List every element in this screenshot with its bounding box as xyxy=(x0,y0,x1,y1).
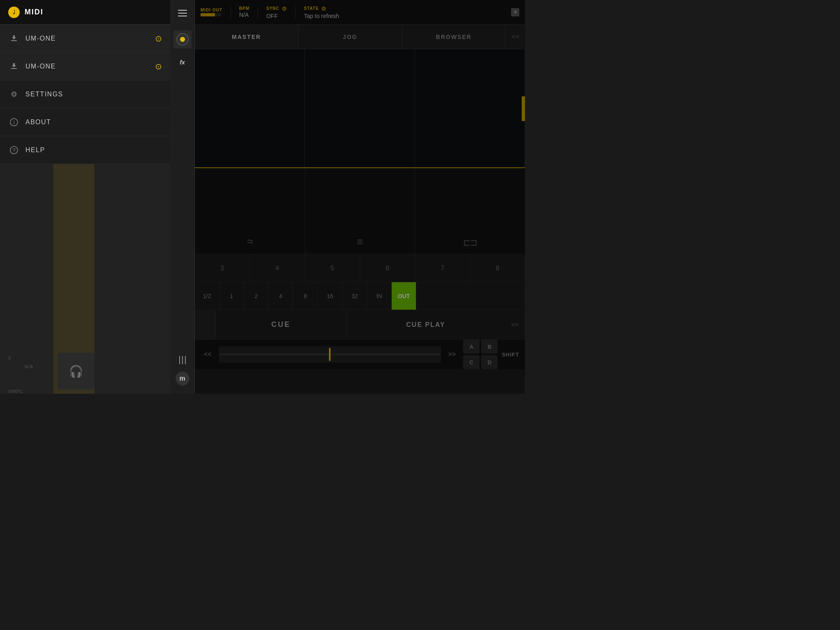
svg-text:i: i xyxy=(14,120,15,126)
eq-icon-right: ⊏⊐ xyxy=(463,237,477,248)
sidebar-item-um-one-2[interactable]: UM-ONE ⊙ xyxy=(0,52,170,80)
channel-strip: ≈ ≡ ⊏⊐ xyxy=(195,168,525,254)
midi-logo: ♩ xyxy=(8,7,20,18)
transport-row: << >> A B C D SHIFT xyxy=(195,340,525,369)
cue-chevron-right[interactable]: >> xyxy=(504,310,525,339)
sync-gear-icon[interactable]: ⚙ xyxy=(282,5,287,12)
fx-button[interactable]: fx xyxy=(173,53,192,71)
waveform-area xyxy=(195,49,525,168)
sidebar-check-1: ⊙ xyxy=(155,34,162,43)
tab-browser[interactable]: BROWSER xyxy=(402,25,506,49)
beat-cell-7[interactable]: 7 xyxy=(415,254,470,282)
beat-cell-4[interactable]: 4 xyxy=(250,254,305,282)
sync-label: SYNC xyxy=(266,6,279,11)
cue-button[interactable]: CUE xyxy=(215,310,347,339)
m-logo: m xyxy=(176,372,189,386)
hamburger-line-1 xyxy=(178,10,187,11)
abcd-buttons: A B C D xyxy=(463,340,498,369)
state-gear-icon[interactable]: ⚙ xyxy=(321,5,326,12)
loop-cell-32[interactable]: 32 xyxy=(342,282,367,310)
loop-cell-8[interactable]: 8 xyxy=(293,282,318,310)
download-icon-2 xyxy=(8,61,20,72)
tab-chevron-left[interactable]: << xyxy=(506,25,525,49)
loop-cell-out[interactable]: OUT xyxy=(392,282,416,310)
main-content: MIDI OUT BPM N/A SYNC ⚙ OFF STATE ⚙ Tap … xyxy=(195,0,525,394)
hamburger-line-2 xyxy=(178,13,187,14)
cue-small-left xyxy=(195,310,215,339)
hamburger-button[interactable] xyxy=(173,4,192,22)
loop-cell-in[interactable]: IN xyxy=(367,282,392,310)
three-lines-container xyxy=(179,356,186,364)
sidebar-label-um-one-1: UM-ONE xyxy=(25,35,155,42)
loop-cell-half[interactable]: 1/2 xyxy=(195,282,219,310)
channel-col-right: ⊏⊐ xyxy=(415,168,525,254)
vinyl-button[interactable] xyxy=(173,30,192,48)
sidebar-label-help: HELP xyxy=(25,146,162,154)
state-section[interactable]: STATE ⚙ Tap to refresh xyxy=(304,5,339,19)
right-cue-indicator xyxy=(522,96,525,121)
gear-icon: ⚙ xyxy=(8,89,20,100)
button-b[interactable]: B xyxy=(481,340,498,354)
tab-jog[interactable]: JOG xyxy=(299,25,402,49)
help-icon: ? xyxy=(8,144,20,156)
tab-master[interactable]: MASTER xyxy=(195,25,299,49)
beat-cell-8[interactable]: 8 xyxy=(470,254,525,282)
eq-icon-center: ≡ xyxy=(357,235,363,248)
state-value[interactable]: Tap to refresh xyxy=(304,13,339,19)
vert-line-2 xyxy=(182,356,183,364)
tab-bar: MASTER JOG BROWSER << xyxy=(195,25,525,49)
bpm-label: BPM xyxy=(239,6,249,11)
loop-cell-4[interactable]: 4 xyxy=(269,282,293,310)
hamburger-line-3 xyxy=(178,16,187,16)
top-bar-right: ✕ xyxy=(511,8,519,16)
vert-line-1 xyxy=(179,356,180,364)
channel-col-center: ≡ xyxy=(305,168,415,254)
sidebar-item-about[interactable]: i ABOUT xyxy=(0,108,170,136)
button-a[interactable]: A xyxy=(463,340,479,354)
eq-icon-left: ≈ xyxy=(247,235,252,248)
midi-out-fill xyxy=(201,13,215,16)
loop-cell-16[interactable]: 16 xyxy=(318,282,342,310)
sidebar-label-about: ABOUT xyxy=(25,119,162,126)
state-label: STATE xyxy=(304,6,319,11)
pitch-slider-thumb xyxy=(329,348,331,361)
midi-out-bar xyxy=(201,13,221,16)
sidebar-label-settings: SETTINGS xyxy=(25,91,162,98)
sidebar-label-um-one-2: UM-ONE xyxy=(25,63,155,70)
vert-line-3 xyxy=(185,356,186,364)
sync-section: SYNC ⚙ OFF xyxy=(266,5,287,19)
sidebar-header: ♩ MIDI xyxy=(0,0,170,25)
bpm-value: N/A xyxy=(239,11,249,18)
pitch-slider[interactable] xyxy=(219,346,441,363)
loop-row: 1/2 1 2 4 8 16 32 IN OUT xyxy=(195,282,525,310)
icon-strip: fx m xyxy=(170,0,195,394)
divider-3 xyxy=(295,6,296,18)
beat-cell-3[interactable]: 3 xyxy=(195,254,250,282)
next-button[interactable]: >> xyxy=(445,349,459,360)
beat-cell-5[interactable]: 5 xyxy=(305,254,360,282)
info-icon: i xyxy=(8,116,20,128)
top-bar: MIDI OUT BPM N/A SYNC ⚙ OFF STATE ⚙ Tap … xyxy=(195,0,525,25)
loop-cell-2[interactable]: 2 xyxy=(244,282,269,310)
shift-label: SHIFT xyxy=(502,352,519,358)
cue-row: CUE CUE PLAY >> xyxy=(195,310,525,340)
close-button[interactable]: ✕ xyxy=(511,8,519,16)
sidebar: ♩ MIDI UM-ONE ⊙ UM-ONE ⊙ ⚙ SETTINGS xyxy=(0,0,170,394)
sidebar-item-help[interactable]: ? HELP xyxy=(0,136,170,164)
sidebar-item-settings[interactable]: ⚙ SETTINGS xyxy=(0,80,170,108)
sidebar-item-um-one-1[interactable]: UM-ONE ⊙ xyxy=(0,25,170,52)
midi-out-section: MIDI OUT xyxy=(201,8,222,16)
sidebar-title: MIDI xyxy=(25,8,43,16)
sync-value: OFF xyxy=(266,13,287,19)
button-d[interactable]: D xyxy=(481,355,498,369)
divider-2 xyxy=(258,6,258,18)
download-icon-1 xyxy=(8,33,20,44)
button-c[interactable]: C xyxy=(463,355,479,369)
vinyl-icon xyxy=(176,33,189,46)
prev-button[interactable]: << xyxy=(201,349,215,360)
loop-cell-1[interactable]: 1 xyxy=(219,282,244,310)
cue-play-button[interactable]: CUE PLAY xyxy=(347,310,504,339)
waveform-col-2 xyxy=(305,49,415,167)
divider-1 xyxy=(231,6,231,18)
beat-cell-6[interactable]: 6 xyxy=(360,254,415,282)
